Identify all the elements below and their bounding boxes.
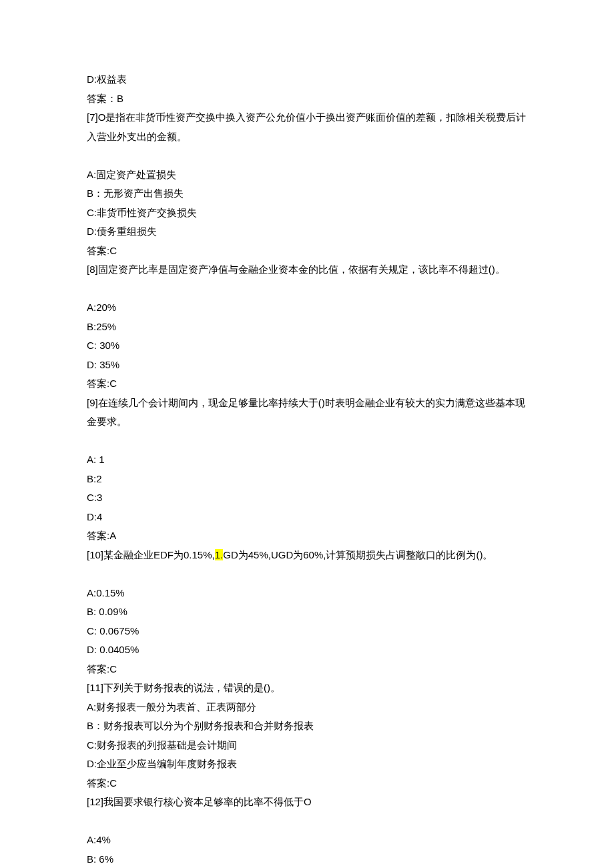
text-line: A:0.15% [87, 584, 527, 603]
text-line: [10]某金融企业EDF为0.15%,1.GD为45%,UGD为60%,计算预期… [87, 546, 527, 565]
highlighted-text: 1. [215, 549, 224, 560]
text-line: B: 0.09% [87, 602, 527, 622]
text-line: 答案:C [87, 242, 527, 261]
text-line [87, 812, 527, 831]
text-line: B：无形资产出售损失 [87, 184, 527, 203]
text-line: A:4% [87, 831, 527, 850]
text-line: D:权益表 [87, 70, 527, 89]
text-line [87, 432, 527, 451]
document-page: D:权益表答案：B[7]O是指在非货币性资产交换中换入资产公允价值小于换出资产账… [0, 0, 614, 868]
text-line [87, 146, 527, 165]
text-line: [9]在连续几个会计期间内，现金足够量比率持续大于()时表明金融企业有较大的实力… [87, 394, 527, 432]
text-line: B:25% [87, 318, 527, 337]
text-line: A: 1 [87, 450, 527, 470]
text-line: [12]我国要求银行核心资本足够率的比率不得低于O [87, 793, 527, 812]
text-line: A:固定资产处置损失 [87, 165, 527, 185]
text-line: 答案：B [87, 89, 527, 109]
text-segment: GD为45%,UGD为60%,计算预期损失占调整敞口的比例为()。 [223, 549, 493, 560]
text-line: B：财务报表可以分为个别财务报表和合并财务报表 [87, 717, 527, 736]
text-line: C:非货币性资产交换损失 [87, 203, 527, 223]
text-line: C:财务报表的列报基础是会计期间 [87, 736, 527, 755]
text-line [87, 280, 527, 299]
text-line: C:3 [87, 488, 527, 508]
text-line: D: 0.0405% [87, 640, 527, 660]
text-line: C: 0.0675% [87, 622, 527, 641]
text-line: [7]O是指在非货币性资产交换中换入资产公允价值小于换出资产账面价值的差额，扣除… [87, 108, 527, 146]
text-line: 答案:A [87, 526, 527, 546]
text-line: B:2 [87, 470, 527, 489]
text-line: [8]固定资产比率是固定资产净值与金融企业资本金的比值，依据有关规定，该比率不得… [87, 260, 527, 280]
text-line: A:财务报表一般分为表首、正表两部分 [87, 698, 527, 717]
text-line: 答案:C [87, 374, 527, 394]
text-line: 答案:C [87, 660, 527, 679]
text-line: D:债务重组损失 [87, 222, 527, 242]
text-line: A:20% [87, 298, 527, 318]
text-line: 答案:C [87, 774, 527, 793]
text-line: C: 30% [87, 336, 527, 356]
text-line: D: 35% [87, 356, 527, 375]
text-line: [11]下列关于财务报表的说法，错误的是()。 [87, 679, 527, 698]
text-line: D:企业至少应当编制年度财务报表 [87, 755, 527, 774]
text-line: D:4 [87, 508, 527, 527]
text-line [87, 564, 527, 584]
text-line: B: 6% [87, 850, 527, 869]
text-segment: [10]某金融企业EDF为0.15%, [87, 549, 215, 560]
